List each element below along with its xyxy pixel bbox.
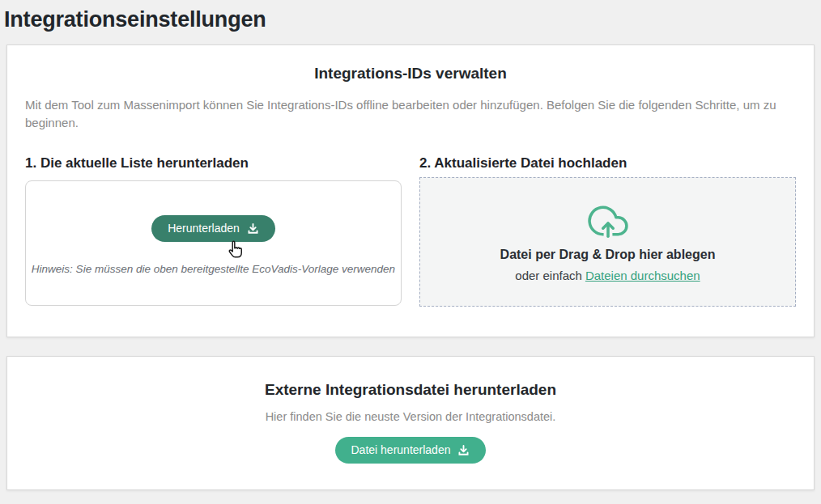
download-template-box: Herunterladen Hinweis: Sie müssen die ob… bbox=[25, 180, 402, 306]
download-template-button-label: Herunterladen bbox=[168, 222, 240, 235]
dropzone-title: Datei per Drag & Drop hier ablegen bbox=[500, 248, 716, 262]
steps-row: 1. Die aktuelle Liste herunterladen Heru… bbox=[25, 155, 796, 307]
browse-files-link[interactable]: Dateien durchsuchen bbox=[585, 269, 700, 282]
template-hint: Hinweis: Sie müssen die oben bereitgeste… bbox=[32, 263, 395, 275]
download-icon bbox=[457, 444, 470, 456]
external-file-card: Externe Integrationsdatei herunterladen … bbox=[6, 356, 815, 490]
dropzone-prefix: oder einfach bbox=[515, 269, 582, 282]
manage-integration-ids-card: Integrations-IDs verwalten Mit dem Tool … bbox=[6, 44, 815, 337]
step2-heading: 2. Aktualisierte Datei hochladen bbox=[419, 155, 796, 172]
download-template-button[interactable]: Herunterladen bbox=[151, 215, 275, 242]
step1-column: 1. Die aktuelle Liste herunterladen Heru… bbox=[25, 155, 402, 307]
download-icon bbox=[247, 222, 259, 235]
download-file-button[interactable]: Datei herunterladen bbox=[335, 437, 487, 464]
step2-column: 2. Aktualisierte Datei hochladen Datei p… bbox=[419, 155, 796, 307]
external-card-title: Externe Integrationsdatei herunterladen bbox=[25, 381, 796, 399]
manage-card-description: Mit dem Tool zum Massenimport können Sie… bbox=[25, 96, 790, 132]
page-title: Integrationseinstellungen bbox=[0, 0, 821, 32]
file-dropzone[interactable]: Datei per Drag & Drop hier ablegen oder … bbox=[419, 177, 796, 307]
external-card-subtitle: Hier finden Sie die neuste Version der I… bbox=[25, 410, 796, 423]
manage-card-title: Integrations-IDs verwalten bbox=[25, 65, 796, 83]
cloud-upload-icon bbox=[581, 201, 636, 241]
dropzone-subtitle: oder einfachDateien durchsuchen bbox=[515, 269, 700, 282]
download-file-button-label: Datei herunterladen bbox=[351, 443, 451, 457]
step1-heading: 1. Die aktuelle Liste herunterladen bbox=[25, 155, 402, 172]
